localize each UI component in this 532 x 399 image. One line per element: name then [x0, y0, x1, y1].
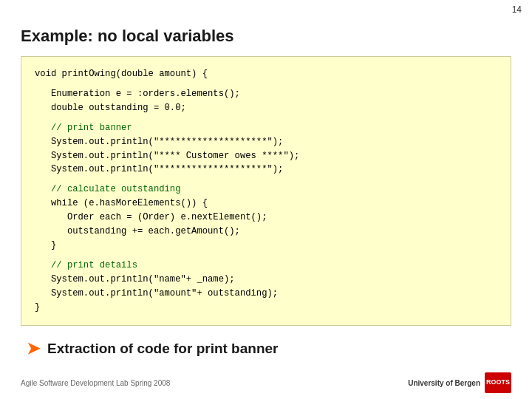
- extraction-section: ➤ Extraction of code for print banner: [21, 339, 511, 358]
- code-comment: // print details: [35, 259, 497, 273]
- code-blank: [35, 253, 497, 259]
- extraction-text: Extraction of code for print banner: [47, 341, 278, 357]
- code-comment: // calculate outstanding: [35, 183, 497, 197]
- code-line: outstanding += each.getAmount();: [35, 225, 497, 239]
- code-line: double outstanding = 0.0;: [35, 101, 497, 115]
- footer: Agile Software Development Lab Spring 20…: [21, 372, 511, 393]
- code-line: void printOwing(double amount) {: [35, 67, 497, 81]
- slide-container: 14 Example: no local variables void prin…: [0, 0, 532, 399]
- code-blank: [35, 81, 497, 87]
- code-line: }: [35, 239, 497, 253]
- footer-right: University of Bergen ROOTS: [408, 372, 511, 393]
- code-comment: // print banner: [35, 121, 497, 135]
- arrow-icon: ➤: [27, 339, 40, 358]
- code-line: System.out.println("name"+ _name);: [35, 273, 497, 287]
- code-blank: [35, 115, 497, 121]
- code-line: System.out.println("********************…: [35, 163, 497, 177]
- logo-box: ROOTS: [485, 372, 511, 393]
- logo-text: ROOTS: [486, 379, 510, 386]
- university-text: University of Bergen: [408, 379, 480, 387]
- slide-title: Example: no local variables: [21, 27, 511, 46]
- code-line: System.out.println("********************…: [35, 135, 497, 149]
- footer-label: Agile Software Development Lab Spring 20…: [21, 379, 170, 387]
- page-number: 14: [512, 4, 522, 15]
- code-line: Order each = (Order) e.nextElement();: [35, 211, 497, 225]
- code-line: Enumeration e = :orders.elements();: [35, 87, 497, 101]
- code-line: System.out.println("amount"+ outstanding…: [35, 287, 497, 301]
- code-line: }: [35, 301, 497, 315]
- code-line: System.out.println("**** Customer owes *…: [35, 149, 497, 163]
- code-blank: [35, 177, 497, 183]
- code-box: void printOwing(double amount) { Enumera…: [21, 56, 511, 326]
- code-line: while (e.hasMoreElements()) {: [35, 197, 497, 211]
